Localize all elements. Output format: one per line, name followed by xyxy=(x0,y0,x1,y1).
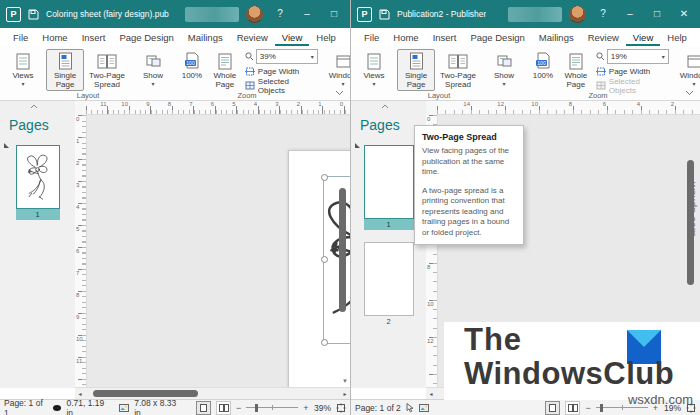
two-page-view-button[interactable] xyxy=(216,401,231,415)
scroll-right-icon[interactable]: ▸ xyxy=(340,390,350,397)
zoom-percent-status[interactable]: 39% xyxy=(314,403,331,413)
fit-page-icon[interactable] xyxy=(336,403,346,413)
tab-view[interactable]: View xyxy=(626,28,660,46)
tab-help[interactable]: Help xyxy=(660,28,694,46)
zoom-slider-handle[interactable] xyxy=(600,404,603,412)
ruler-number: 8 xyxy=(539,101,573,107)
selection-handle[interactable] xyxy=(321,256,328,263)
ruler-number: 11 xyxy=(86,101,108,107)
two-page-view-button[interactable] xyxy=(565,401,580,415)
user-avatar[interactable] xyxy=(569,6,586,23)
tab-home[interactable]: Home xyxy=(35,28,74,46)
tab-page-design[interactable]: Page Design xyxy=(112,28,180,46)
page-count-status[interactable]: Page: 1 of 2 xyxy=(355,403,401,413)
tab-insert[interactable]: Insert xyxy=(426,28,464,46)
save-icon[interactable] xyxy=(379,9,390,20)
search-box[interactable] xyxy=(508,7,562,22)
zoom-value-input[interactable]: 19% ▾ xyxy=(607,49,669,64)
page-thumbnail-1[interactable]: 1 xyxy=(364,145,414,230)
tab-mailings[interactable]: Mailings xyxy=(532,28,581,46)
publication-canvas[interactable]: ▼ xyxy=(87,115,350,388)
help-button[interactable]: ? xyxy=(593,0,613,28)
zoom-slider[interactable] xyxy=(246,407,298,408)
tab-help[interactable]: Help xyxy=(309,28,343,46)
selection-handle[interactable] xyxy=(321,339,328,346)
single-page-button[interactable]: Single Page xyxy=(46,49,84,91)
zoom-in-button[interactable]: + xyxy=(303,403,308,413)
collapse-ribbon-icon[interactable] xyxy=(335,90,344,96)
scrollbar-track[interactable] xyxy=(85,390,340,397)
window-label: Window xyxy=(680,72,700,81)
whole-page-label: Whole Page xyxy=(211,72,239,89)
window-button[interactable]: Window ▾ xyxy=(673,49,700,89)
ruler-number: 4 xyxy=(607,101,641,107)
whole-page-button[interactable]: Whole Page xyxy=(208,49,242,91)
page-thumbnail-image xyxy=(364,145,414,219)
close-button[interactable]: ✕ xyxy=(674,0,694,28)
scroll-left-icon[interactable]: ◂ xyxy=(426,390,436,397)
vertical-scrollbar-thumb[interactable] xyxy=(339,188,346,312)
help-button[interactable]: ? xyxy=(270,0,290,28)
tab-view[interactable]: View xyxy=(275,28,309,46)
maximize-button[interactable]: □ xyxy=(647,0,667,28)
zoom-out-button[interactable]: − xyxy=(585,403,590,413)
minimize-button[interactable]: – xyxy=(620,0,640,28)
single-page-view-button[interactable] xyxy=(545,401,560,415)
tab-insert[interactable]: Insert xyxy=(75,28,113,46)
selection-handle[interactable] xyxy=(321,174,328,181)
tab-review[interactable]: Review xyxy=(230,28,275,46)
zoom-combo[interactable]: 39% ▾ xyxy=(245,49,318,64)
title-bar[interactable]: P Coloring sheet (fairy design).pub - Pu… xyxy=(0,0,350,28)
collapse-ribbon-icon[interactable] xyxy=(685,90,694,96)
show-button[interactable]: Show ▾ xyxy=(134,49,172,89)
tab-page-design[interactable]: Page Design xyxy=(463,28,531,46)
scrollbar-thumb[interactable] xyxy=(93,390,198,397)
minimize-button[interactable]: – xyxy=(297,0,317,28)
page-count-status[interactable]: Page: 1 of 1 xyxy=(4,398,48,415)
zoom-value-input[interactable]: 39% ▾ xyxy=(256,49,318,64)
scroll-down-icon[interactable]: ▼ xyxy=(342,378,348,384)
search-box[interactable] xyxy=(185,7,239,22)
user-avatar[interactable] xyxy=(246,6,263,23)
zoom-out-button[interactable]: − xyxy=(236,403,241,413)
zoom-slider[interactable] xyxy=(596,407,648,408)
publisher-window-left: P Coloring sheet (fairy design).pub - Pu… xyxy=(0,0,350,415)
show-button[interactable]: Show ▾ xyxy=(485,49,523,89)
ribbon-group-show: Show ▾ xyxy=(132,48,174,100)
page-width-label: Page Width xyxy=(258,67,299,76)
tab-file[interactable]: File xyxy=(357,28,386,46)
tab-review[interactable]: Review xyxy=(581,28,626,46)
zoom-combo[interactable]: 19% ▾ xyxy=(596,49,669,64)
tab-mailings[interactable]: Mailings xyxy=(181,28,230,46)
maximize-button[interactable]: □ xyxy=(324,0,344,28)
zoom-100-button[interactable]: 100 100% xyxy=(176,49,208,83)
tab-file[interactable]: File xyxy=(6,28,35,46)
title-bar[interactable]: P Publication2 - Publisher ? – □ ✕ xyxy=(351,0,700,28)
picture-icon xyxy=(119,404,129,412)
horizontal-scrollbar[interactable]: ◂ ▸ xyxy=(75,387,350,399)
tab-picture-format[interactable]: Picture Format xyxy=(343,28,350,46)
ruler-number: 12 xyxy=(471,101,505,107)
views-button[interactable]: Views ▾ xyxy=(355,49,393,89)
views-button[interactable]: Views ▾ xyxy=(4,49,42,89)
single-page-button[interactable]: Single Page xyxy=(397,49,435,91)
two-page-spread-button[interactable]: Two-Page Spread xyxy=(435,49,481,91)
chevron-up-icon[interactable] xyxy=(381,104,389,109)
two-page-spread-button[interactable]: Two-Page Spread xyxy=(84,49,130,91)
single-page-view-button[interactable] xyxy=(196,401,211,415)
save-icon[interactable] xyxy=(28,9,39,20)
tab-home[interactable]: Home xyxy=(386,28,425,46)
expand-pane-icon[interactable] xyxy=(4,143,9,148)
zoom-slider-handle[interactable] xyxy=(255,404,258,412)
single-page-label: Single Page xyxy=(400,72,432,89)
zoom-100-button[interactable]: 100 100% xyxy=(527,49,559,83)
whole-page-button[interactable]: Whole Page xyxy=(559,49,593,91)
pages-pane: Pages xyxy=(0,101,75,388)
page-thumbnail-2[interactable]: 2 xyxy=(364,242,414,327)
window-button[interactable]: Window ▾ xyxy=(322,49,350,89)
expand-pane-icon[interactable] xyxy=(355,143,360,148)
page-thumbnail-1[interactable]: 1 xyxy=(16,145,60,220)
chevron-up-icon[interactable] xyxy=(30,104,38,109)
ruler-number: 8 xyxy=(75,291,83,313)
scroll-left-icon[interactable]: ◂ xyxy=(75,390,85,397)
